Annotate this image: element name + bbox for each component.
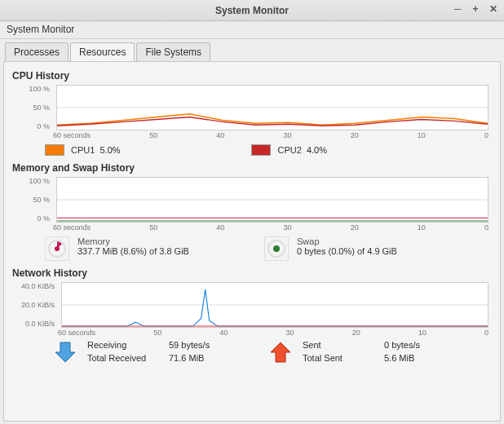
memory-label: Memory <box>77 236 189 246</box>
network-chart <box>61 282 489 328</box>
swap-legend-item: Swap 0 bytes (0.0%) of 4.9 GiB <box>264 236 484 261</box>
cpu-section-title: CPU History <box>12 70 492 82</box>
download-arrow-icon <box>53 340 77 364</box>
menu-system-monitor[interactable]: System Monitor <box>7 24 74 35</box>
tab-resources[interactable]: Resources <box>70 42 135 61</box>
close-icon[interactable]: ✕ <box>488 3 499 15</box>
total-received-label: Total Received <box>87 353 169 364</box>
minimize-icon[interactable]: ─ <box>452 3 463 15</box>
cpu-y-axis: 100 % 50 % 0 % <box>12 85 53 130</box>
receiving-value: 59 bytes/s <box>169 340 226 351</box>
cpu-legend: CPU1 5.0% CPU2 4.0% <box>12 139 492 161</box>
total-sent-label: Total Sent <box>303 353 384 364</box>
tab-bar: Processes Resources File Systems <box>0 39 504 61</box>
cpu2-value: 4.0% <box>307 145 327 155</box>
sent-value: 0 bytes/s <box>384 340 441 351</box>
total-sent-value: 5.6 MiB <box>384 353 441 364</box>
memory-gauge-icon[interactable] <box>45 236 69 261</box>
upload-arrow-icon <box>268 340 293 364</box>
cpu-chart <box>56 85 489 130</box>
svg-point-7 <box>273 245 280 252</box>
svg-point-5 <box>55 246 60 251</box>
tab-file-systems[interactable]: File Systems <box>136 42 210 61</box>
cpu1-value: 5.0% <box>99 145 120 155</box>
network-section-title: Network History <box>12 267 492 279</box>
memory-y-axis: 100 % 50 % 0 % <box>12 177 53 223</box>
memory-value: 337.7 MiB (8.6%) of 3.8 GiB <box>77 246 189 256</box>
svg-marker-11 <box>271 342 290 362</box>
receiving-label: Receiving <box>87 340 169 351</box>
tab-processes[interactable]: Processes <box>5 42 69 61</box>
svg-marker-10 <box>55 342 75 362</box>
cpu2-color-swatch[interactable] <box>251 144 271 156</box>
resources-panel: CPU History 100 % 50 % 0 % 60 seconds 50… <box>3 61 501 422</box>
sent-label: Sent <box>303 340 384 351</box>
menubar[interactable]: System Monitor <box>0 21 504 39</box>
cpu1-label: CPU1 <box>71 145 95 155</box>
total-received-value: 71.6 MiB <box>169 353 226 364</box>
window-titlebar: System Monitor ─ + ✕ <box>0 0 504 21</box>
swap-gauge-icon[interactable] <box>264 236 289 261</box>
network-y-axis: 40.0 KiB/s 20.0 KiB/s 0.0 KiB/s <box>12 282 58 328</box>
window-title: System Monitor <box>215 5 289 16</box>
maximize-icon[interactable]: + <box>470 3 481 15</box>
cpu1-color-swatch[interactable] <box>45 144 64 156</box>
swap-value: 0 bytes (0.0%) of 4.9 GiB <box>297 246 397 256</box>
memory-legend-item: Memory 337.7 MiB (8.6%) of 3.8 GiB <box>45 236 264 261</box>
cpu2-label: CPU2 <box>277 145 301 155</box>
swap-label: Swap <box>297 236 397 246</box>
memory-section-title: Memory and Swap History <box>12 162 492 174</box>
memory-chart <box>56 177 489 223</box>
